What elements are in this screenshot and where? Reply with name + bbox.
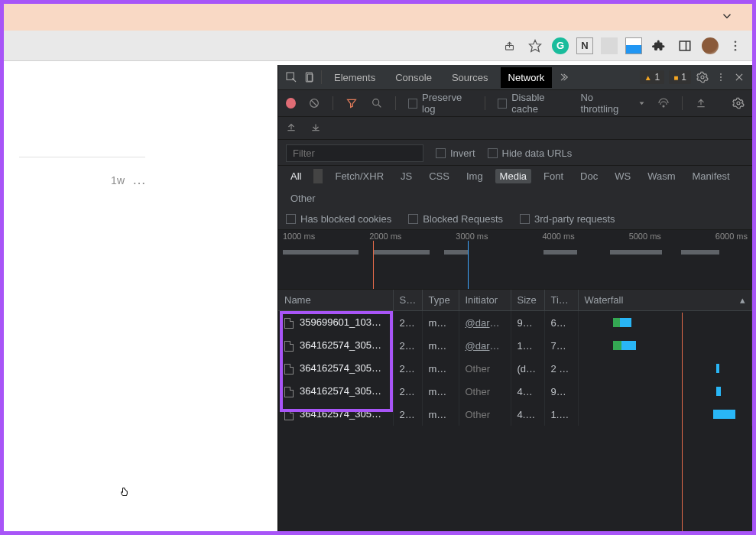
cell-initiator[interactable]: @darkh… [459, 334, 511, 357]
cell-waterfall [578, 357, 752, 380]
timeline-overview[interactable]: 1000 ms 2000 ms 3000 ms 4000 ms 5000 ms … [278, 230, 752, 290]
more-tabs-icon[interactable] [556, 70, 570, 84]
network-toolbar: Preserve log Disable cache No throttling [278, 89, 752, 117]
extension-g-icon[interactable]: G [552, 37, 569, 54]
cell-time: 72… [544, 334, 578, 357]
filter-fetchxhr[interactable]: Fetch/XHR [330, 169, 388, 183]
network-settings-icon[interactable] [732, 96, 745, 110]
share-icon[interactable] [500, 37, 518, 55]
filter-css[interactable]: CSS [424, 169, 454, 183]
type-filters: All Fetch/XHR JS CSS Img Media Font Doc … [278, 166, 752, 209]
cell-name: 364162574_305… [278, 357, 393, 380]
cell-status: 206 [393, 380, 422, 403]
export-up-icon[interactable] [286, 122, 297, 135]
search-icon[interactable] [371, 96, 383, 110]
cell-waterfall [578, 334, 752, 357]
throttling-select[interactable]: No throttling [580, 92, 644, 115]
col-type[interactable]: Type [422, 290, 459, 311]
network-conditions-icon[interactable] [657, 96, 670, 110]
hide-data-urls-checkbox[interactable]: Hide data URLs [488, 148, 573, 159]
disable-cache-checkbox[interactable]: Disable cache [498, 92, 568, 115]
cell-waterfall [578, 380, 752, 403]
cell-initiator: Other [459, 357, 511, 380]
col-time[interactable]: Time [544, 290, 578, 311]
preserve-log-checkbox[interactable]: Preserve log [408, 92, 472, 115]
col-status[interactable]: St… [393, 290, 422, 311]
cell-size: 97… [511, 311, 544, 335]
close-devtools-icon[interactable] [732, 70, 746, 84]
table-row[interactable]: 364162574_305…206me…Other4.5…1.1… [278, 403, 752, 426]
extension-square-icon[interactable] [601, 37, 618, 54]
import-har-icon[interactable] [695, 96, 707, 110]
cell-initiator: Other [459, 380, 511, 403]
clear-icon[interactable] [308, 96, 320, 110]
chevron-down-icon[interactable] [720, 9, 734, 26]
filter-icon[interactable] [346, 96, 358, 110]
cell-name: 359699601_103… [278, 311, 393, 335]
svg-rect-2 [680, 41, 690, 50]
record-button[interactable] [286, 98, 296, 109]
filter-doc[interactable]: Doc [576, 169, 602, 183]
filter-input[interactable] [286, 144, 423, 162]
chrome-menu-icon[interactable] [726, 37, 745, 55]
table-row[interactable]: 359699601_103…206me…@darkh…97…61… [278, 311, 752, 335]
profile-avatar[interactable] [702, 37, 719, 54]
table-header-row[interactable]: Name St… Type Initiator Size Time Waterf… [278, 290, 752, 311]
table-row[interactable]: 364162574_305…206me…Other(di…2 ms [278, 357, 752, 380]
tab-sources[interactable]: Sources [444, 67, 496, 88]
file-icon [284, 341, 294, 352]
panel-icon[interactable] [676, 37, 694, 55]
tab-network[interactable]: Network [501, 67, 553, 88]
cell-time: 2 ms [544, 357, 578, 380]
settings-gear-icon[interactable] [696, 70, 709, 84]
filter-font[interactable]: Font [539, 169, 568, 183]
filter-img[interactable]: Img [462, 169, 488, 183]
file-icon [284, 387, 294, 397]
export-down-icon[interactable] [310, 122, 321, 135]
filter-js[interactable]: JS [396, 169, 417, 183]
svg-point-18 [373, 99, 379, 105]
cell-time: 90 … [544, 380, 578, 403]
filter-manifest[interactable]: Manifest [687, 169, 734, 183]
devtools-panel: Elements Console Sources Network 1 1 Pre… [277, 65, 752, 531]
post-more-button[interactable]: … [132, 172, 148, 188]
table-row[interactable]: 364162574_305…206me…Other42…90 … [278, 380, 752, 403]
col-name[interactable]: Name [278, 290, 393, 311]
tick-label: 1000 ms [283, 232, 315, 241]
tab-elements[interactable]: Elements [326, 67, 383, 88]
tick-label: 5000 ms [629, 232, 661, 241]
inspect-icon[interactable] [284, 70, 298, 84]
blocked-requests-checkbox[interactable]: Blocked Requests [408, 213, 503, 225]
star-icon[interactable] [526, 37, 544, 55]
filter-ws[interactable]: WS [610, 169, 635, 183]
col-size[interactable]: Size [511, 290, 544, 311]
third-party-checkbox[interactable]: 3rd-party requests [520, 213, 615, 225]
tick-label: 3000 ms [456, 232, 488, 241]
filter-media[interactable]: Media [495, 169, 531, 183]
extension-window-icon[interactable] [625, 37, 642, 54]
issues-badge[interactable]: 1 [669, 70, 691, 84]
extension-n-icon[interactable]: N [576, 37, 593, 54]
filter-all[interactable]: All [286, 169, 306, 183]
cell-time: 61… [544, 311, 578, 335]
svg-marker-20 [639, 102, 644, 105]
top-banner [4, 4, 752, 31]
svg-point-4 [735, 41, 737, 43]
filter-other[interactable]: Other [286, 191, 320, 206]
table-row[interactable]: 364162574_305…206me…@darkh…16…72… [278, 334, 752, 357]
cell-time: 1.1… [544, 403, 578, 426]
svg-point-6 [735, 48, 737, 50]
col-waterfall[interactable]: Waterfall [578, 290, 752, 311]
device-toggle-icon[interactable] [303, 70, 316, 84]
tab-console[interactable]: Console [388, 67, 440, 88]
blocked-cookies-checkbox[interactable]: Has blocked cookies [286, 213, 391, 225]
extensions-puzzle-icon[interactable] [650, 37, 668, 55]
warnings-badge[interactable]: 1 [640, 70, 665, 84]
tick-label: 2000 ms [369, 232, 401, 241]
cell-waterfall [578, 403, 752, 426]
filter-wasm[interactable]: Wasm [643, 169, 680, 183]
cell-initiator[interactable]: @darkh… [459, 311, 511, 335]
devtools-menu-icon[interactable] [714, 70, 728, 84]
invert-checkbox[interactable]: Invert [436, 148, 475, 159]
col-initiator[interactable]: Initiator [459, 290, 511, 311]
